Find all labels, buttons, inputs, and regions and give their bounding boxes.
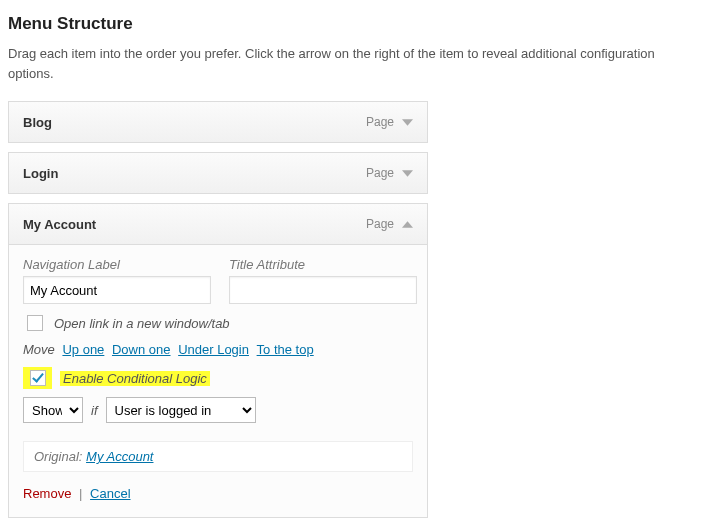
conditional-action-select[interactable]: Show [23,397,83,423]
menu-item-blog[interactable]: Blog Page [8,101,428,143]
open-new-tab-checkbox[interactable] [27,315,43,331]
section-description: Drag each item into the order you prefer… [8,44,698,83]
chevron-down-icon[interactable] [402,168,413,179]
menu-item-my-account[interactable]: My Account Page [8,203,428,245]
title-attribute-input[interactable] [229,276,417,304]
menu-item-title: Login [23,166,366,181]
menu-item-title: Blog [23,115,366,130]
conditional-rule-select[interactable]: User is logged in [106,397,256,423]
original-link[interactable]: My Account [86,449,153,464]
navigation-label-input[interactable] [23,276,211,304]
enable-conditional-checkbox[interactable] [30,370,46,386]
remove-link[interactable]: Remove [23,486,71,501]
separator: | [79,486,82,501]
move-down-link[interactable]: Down one [112,342,171,357]
original-row: Original: My Account [23,441,413,472]
navigation-label-label: Navigation Label [23,257,211,272]
menu-item-type: Page [366,166,394,180]
menu-item-login[interactable]: Login Page [8,152,428,194]
chevron-up-icon[interactable] [402,219,413,230]
move-label: Move [23,342,55,357]
menu-item-settings: Navigation Label Title Attribute Open li… [8,245,428,518]
actions-row: Remove | Cancel [23,486,413,501]
title-attribute-label: Title Attribute [229,257,417,272]
move-row: Move Up one Down one Under Login To the … [23,342,413,357]
menu-item-type: Page [366,115,394,129]
menu-list: Blog Page Login Page My Account Page Nav… [8,101,428,518]
conditional-if-label: if [91,403,98,418]
menu-item-type: Page [366,217,394,231]
cancel-link[interactable]: Cancel [90,486,130,501]
move-top-link[interactable]: To the top [257,342,314,357]
chevron-down-icon[interactable] [402,117,413,128]
move-under-link[interactable]: Under Login [178,342,249,357]
open-new-tab-label: Open link in a new window/tab [54,316,230,331]
enable-conditional-label: Enable Conditional Logic [63,371,207,386]
original-label: Original: [34,449,82,464]
move-up-link[interactable]: Up one [62,342,104,357]
section-title: Menu Structure [8,14,699,34]
menu-item-title: My Account [23,217,366,232]
